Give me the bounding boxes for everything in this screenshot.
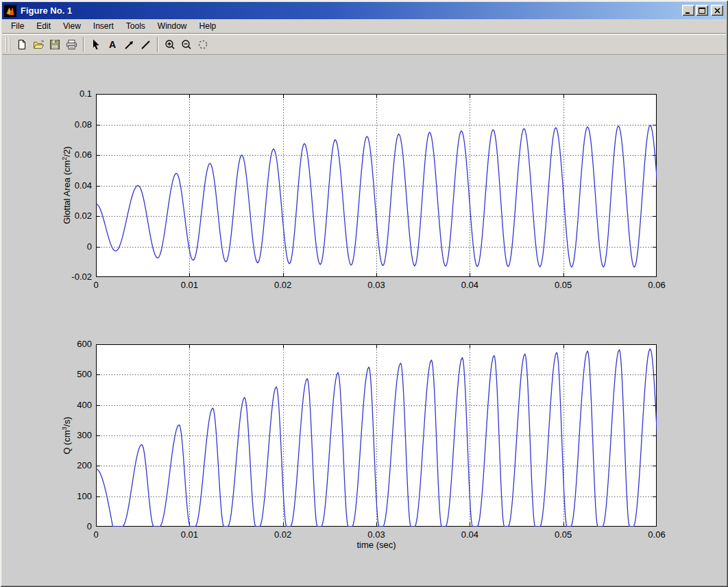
glottal-area-y-tick-label: 0.1 [56, 88, 92, 99]
zoom-out-icon [181, 39, 192, 50]
glottal-area-axes: 00.010.020.030.040.050.06-0.0200.020.040… [96, 94, 657, 277]
rotate-3d-button[interactable] [195, 36, 211, 53]
glottal-area-ylabel: Glottal Area (cm2/2) [61, 117, 72, 254]
zoom-in-button[interactable] [162, 36, 178, 53]
matlab-logo-icon [4, 5, 16, 17]
toolbar-separator [83, 37, 84, 52]
save-figure-button[interactable] [47, 36, 63, 53]
new-figure-button[interactable] [14, 36, 30, 53]
figure-canvas: 00.010.020.030.040.050.06-0.0200.020.040… [2, 56, 726, 585]
menu-bar: File Edit View Insert Tools Window Help [2, 19, 726, 34]
printer-icon [66, 39, 77, 50]
glottal-area-x-tick-label: 0.06 [640, 280, 674, 290]
glottal-flow-x-tick-label: 0.06 [640, 529, 674, 540]
close-button[interactable] [711, 5, 723, 16]
glottal-area-canvas [96, 94, 657, 277]
glottal-flow-y-tick-label: 600 [56, 339, 92, 349]
glottal-flow-canvas [96, 344, 657, 527]
minimize-button[interactable] [682, 5, 694, 16]
text-a-icon: A [108, 39, 117, 50]
toolbar: A [2, 34, 726, 55]
pointer-tool-button[interactable] [88, 36, 104, 53]
glottal-area-x-tick-label: 0.05 [546, 280, 581, 290]
glottal-area-x-tick-label: 0.02 [266, 280, 300, 290]
menu-tools[interactable]: Tools [120, 20, 151, 32]
zoom-out-button[interactable] [178, 36, 195, 53]
save-floppy-icon [49, 39, 60, 50]
menu-view[interactable]: View [57, 20, 87, 32]
print-figure-button[interactable] [63, 36, 80, 53]
glottal-area-x-tick-label: 0.04 [452, 280, 487, 290]
diagonal-line-icon [141, 40, 151, 50]
figure-window: Figure No. 1 File Edit View Insert Tools… [0, 0, 728, 587]
glottal-flow-x-tick-label: 0.04 [452, 529, 487, 540]
line-annotation-button[interactable] [137, 36, 154, 53]
menu-file[interactable]: File [5, 20, 30, 32]
svg-text:A: A [109, 39, 116, 50]
title-bar[interactable]: Figure No. 1 [2, 2, 726, 19]
glottal-area-y-tick-label: -0.02 [56, 272, 92, 282]
menu-edit[interactable]: Edit [30, 20, 57, 32]
glottal-flow-ylabel: Q (cm3/s) [61, 367, 72, 504]
toolbar-separator [157, 37, 158, 52]
rotate-3d-icon [197, 39, 208, 50]
glottal-area-x-tick-label: 0.01 [172, 280, 206, 290]
maximize-button[interactable] [696, 5, 708, 16]
glottal-area-x-tick-label: 0.03 [359, 280, 393, 290]
glottal-flow-axes: 00.010.020.030.040.050.06010020030040050… [96, 344, 657, 527]
menu-insert[interactable]: Insert [87, 20, 120, 32]
pointer-arrow-icon [91, 39, 101, 50]
arrow-annotation-button[interactable] [121, 36, 137, 53]
toolbar-drag-handle[interactable] [5, 37, 10, 52]
text-tool-button[interactable]: A [104, 36, 121, 53]
menu-window[interactable]: Window [151, 20, 193, 32]
zoom-in-icon [165, 39, 175, 50]
open-file-button[interactable] [30, 36, 47, 53]
window-title: Figure No. 1 [21, 5, 72, 16]
new-document-icon [16, 39, 27, 50]
menu-help[interactable]: Help [193, 20, 223, 32]
time-xlabel: time (sec) [308, 540, 445, 550]
open-folder-icon [33, 39, 45, 50]
glottal-flow-y-tick-label: 0 [56, 521, 92, 531]
glottal-flow-x-tick-label: 0.02 [266, 529, 300, 540]
glottal-flow-x-tick-label: 0.01 [172, 529, 206, 540]
northeast-arrow-icon [124, 40, 134, 50]
glottal-flow-x-tick-label: 0.05 [546, 529, 581, 540]
glottal-flow-x-tick-label: 0.03 [359, 529, 393, 540]
